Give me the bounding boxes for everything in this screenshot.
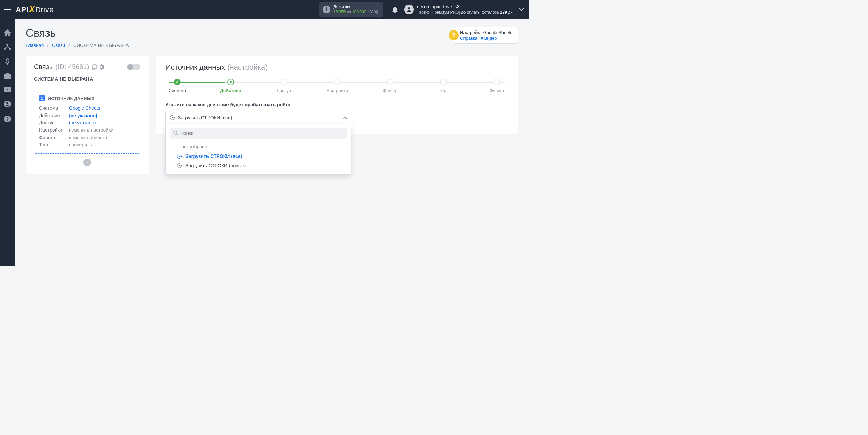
step-access[interactable]: Доступ	[272, 79, 296, 93]
nav-connections-icon[interactable]	[4, 44, 11, 50]
copy-icon[interactable]	[92, 64, 97, 70]
actions-pct: (18%)	[368, 9, 378, 14]
svg-point-1	[6, 44, 8, 46]
access-link[interactable]: (не указано)	[69, 120, 96, 125]
logo-text-x: X	[29, 4, 35, 15]
sidebar: ?	[0, 19, 15, 266]
avatar-icon	[404, 5, 414, 14]
actions-label: Действия:	[334, 4, 378, 9]
connection-title: Связь	[34, 63, 53, 71]
main-content: Связь Главная / Связи / СИСТЕМА НЕ ВЫБРА…	[15, 19, 529, 266]
wizard-stepper: ✓Система Действие Доступ Настройки Фильт…	[165, 79, 509, 93]
tariff-line: Тариф |Премиум PRO| до оплаты осталось 1…	[417, 10, 513, 15]
svg-point-0	[408, 7, 410, 9]
breadcrumb: Главная / Связи / СИСТЕМА НЕ ВЫБРАНА	[26, 43, 129, 48]
filter-link[interactable]: изменить фильтр	[69, 135, 107, 140]
nav-video-icon[interactable]	[4, 87, 11, 92]
svg-rect-9	[93, 65, 96, 69]
option-load-new[interactable]: Загрузить СТРОКИ (новые)	[170, 161, 347, 170]
connection-toggle[interactable]	[127, 64, 140, 70]
dropdown-search[interactable]	[170, 128, 347, 139]
svg-point-10	[174, 131, 177, 134]
svg-point-6	[6, 102, 8, 104]
source-header-label: ИСТОЧНИК ДАННЫХ	[48, 96, 94, 101]
actions-sep: из	[347, 9, 351, 14]
actions-total: 100'000	[352, 9, 366, 14]
action-link[interactable]: (не указано)	[69, 113, 97, 118]
step-test[interactable]: Тест	[432, 79, 455, 93]
user-name: demo_apix-drive_s3	[417, 4, 513, 10]
step-system[interactable]: ✓Система	[165, 79, 189, 93]
actions-usage-chip[interactable]: i Действия: 18'055 из 100'000 (18%)	[319, 2, 383, 17]
system-link[interactable]: Google Sheets	[69, 105, 100, 111]
dropdown-search-input[interactable]	[181, 131, 343, 136]
logo-text-api: API	[16, 5, 28, 14]
action-dropdown: - не выбрано - Загрузить СТРОКИ (все) За…	[165, 124, 351, 175]
action-field-label: Укажите на какое действие будет срабатыв…	[165, 102, 509, 107]
source-number-badge: 1	[39, 95, 45, 101]
connection-id: (ID: 45681)	[55, 63, 89, 71]
option-load-all[interactable]: Загрузить СТРОКИ (все)	[170, 151, 347, 161]
source-config-box: 1 ИСТОЧНИК ДАННЫХ СистемаGoogle Sheets Д…	[34, 91, 140, 154]
breadcrumb-home[interactable]: Главная	[26, 43, 44, 48]
notifications-button[interactable]	[389, 6, 401, 13]
settings-link[interactable]: изменить настройки	[69, 127, 113, 133]
wizard-title: Источник данных (настройка)	[165, 63, 509, 72]
nav-profile-icon[interactable]	[4, 101, 11, 107]
wizard-card: Источник данных (настройка) ✓Система Дей…	[156, 56, 518, 134]
step-settings[interactable]: Настройки	[325, 79, 349, 93]
action-select-value: Загрузить СТРОКИ (все)	[178, 115, 232, 120]
help-card: ? Настройка Google Sheets Справка ■Видео	[454, 27, 518, 44]
gear-icon[interactable]	[99, 64, 104, 70]
search-icon	[173, 131, 178, 136]
logo[interactable]: API X Drive	[16, 4, 54, 15]
actions-used: 18'055	[334, 9, 346, 14]
play-icon	[170, 115, 175, 120]
nav-home-icon[interactable]	[4, 29, 11, 36]
add-destination-button[interactable]: +	[83, 159, 91, 166]
help-reference-link[interactable]: Справка	[460, 36, 477, 41]
page-title: Связь	[26, 27, 129, 39]
logo-text-drive: Drive	[35, 5, 54, 14]
nav-briefcase-icon[interactable]	[4, 73, 11, 79]
nav-help-icon[interactable]: ?	[4, 116, 11, 122]
step-action[interactable]: Действие	[219, 79, 242, 93]
video-icon: ■	[481, 36, 484, 41]
help-question-icon: ?	[449, 30, 459, 40]
header-expand-button[interactable]	[517, 8, 526, 11]
top-header: API X Drive i Действия: 18'055 из 100'00…	[0, 0, 529, 19]
svg-text:?: ?	[6, 116, 9, 122]
test-link[interactable]: проверить	[69, 142, 92, 147]
play-icon	[177, 154, 182, 159]
breadcrumb-current: СИСТЕМА НЕ ВЫБРАНА	[73, 43, 129, 48]
option-none[interactable]: - не выбрано -	[170, 142, 347, 151]
action-select[interactable]: Загрузить СТРОКИ (все)	[165, 111, 351, 124]
step-finish[interactable]: Финиш	[485, 79, 509, 93]
breadcrumb-links[interactable]: Связи	[52, 43, 65, 48]
step-filter[interactable]: Фильтр	[378, 79, 402, 93]
play-icon	[177, 163, 182, 168]
help-video-link[interactable]: Видео	[484, 36, 497, 41]
menu-toggle-button[interactable]	[0, 0, 15, 19]
help-title: Настройка Google Sheets	[460, 30, 513, 35]
info-icon: i	[323, 6, 330, 13]
connection-subtitle: СИСТЕМА НЕ ВЫБРАНА	[34, 76, 140, 86]
connection-summary-card: Связь (ID: 45681) СИСТЕМА НЕ ВЫБРАНА 1 И…	[26, 56, 149, 174]
nav-billing-icon[interactable]	[5, 58, 9, 65]
user-menu[interactable]: demo_apix-drive_s3 Тариф |Премиум PRO| д…	[404, 4, 513, 15]
chevron-up-icon	[343, 116, 347, 119]
